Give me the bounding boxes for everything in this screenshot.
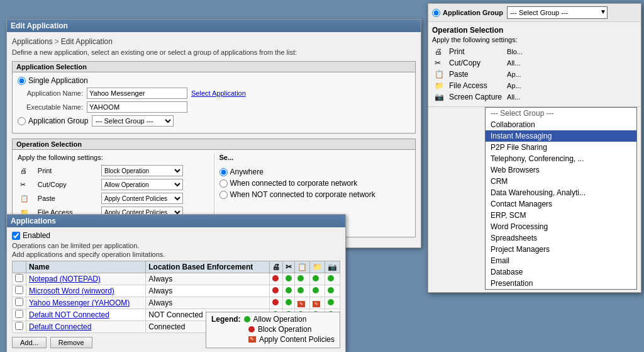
col-icon2: ✂ [283,261,295,273]
dropdown-list-item[interactable]: Telephony, Conferencing, ... [486,153,636,164]
app-group-radio[interactable] [18,117,26,125]
fileaccess-icon-mini: 📁 [432,80,447,91]
dropdown-list-item[interactable]: Project Managers [486,244,636,255]
select-application-link[interactable]: Select Application [191,89,246,97]
col-icon4: 📁 [310,261,325,273]
table-row: 📋 Paste Apply Content Policies [18,191,209,205]
print-icon-mini: 🖨 [432,46,447,57]
remove-button[interactable]: Remove [50,337,92,348]
table-row: 📷 Screen Capture All... [432,91,525,103]
location-corporate-radio[interactable] [219,179,228,188]
row-checkbox[interactable] [15,310,23,318]
dropdown-list-item[interactable]: Word Processing [486,221,636,232]
dropdown-list-item[interactable]: CRM [486,176,636,187]
app-group-radio-dropdown[interactable] [432,9,440,17]
print-label: Print [35,164,99,178]
row-checkbox[interactable] [15,322,23,330]
print-select[interactable]: Block Operation [101,165,183,176]
legend-policy-row: ✎ Apply Content Policies [211,335,335,344]
dropdown-list-item[interactable]: ERP, SCM [486,210,636,221]
col-name: Name [26,261,146,273]
add-button[interactable]: Add... [12,337,47,348]
paste-icon: 📋 [18,191,35,205]
paste-label: Paste [35,191,99,205]
dropdown-list-item[interactable]: Email [486,255,636,266]
app-group-dropdown-select[interactable]: --- Select Group --- [507,6,608,19]
enabled-row: Enabled [12,231,340,240]
dropdown-list-item[interactable]: Web Browsers [486,164,636,176]
dropdown-list-item[interactable]: P2P File Sharing [486,142,636,153]
paste-icon-mini: 📋 [432,69,447,80]
cutcopy-icon-mini: ✂ [432,57,447,69]
dropdown-list-item[interactable]: Instant Messaging [486,130,636,142]
location-anywhere-radio[interactable] [219,168,228,176]
location-not-corporate-radio[interactable] [219,191,228,199]
dropdown-list-item[interactable]: Spreadsheets [486,232,636,244]
row-status-dot [297,275,304,281]
legend-box: Legend: Allow Operation Block Operation … [206,312,340,348]
legend-policy-label: Apply Content Policies [259,335,335,344]
app-group-row-label: Application Group [443,9,503,16]
dropdown-list-item[interactable]: Presentation [486,278,636,289]
cutcopy-label: Cut/Copy [35,178,99,191]
app-name-label: Application Name: [18,89,87,97]
row-status-dot [328,287,334,293]
dropdown-list-item[interactable]: Data Warehousing, Analyti... [486,187,636,198]
enabled-checkbox[interactable] [12,232,20,240]
window-titlebar: Edit Application [7,20,421,32]
row-policy-icon: ✎ [313,301,320,307]
table-row: Microsoft Word (winword) Always [13,285,340,297]
table-row: 🖨 Print Blo... [432,46,525,57]
legend-block-label: Block Operation [258,325,311,334]
app-group-select-wrapper: --- Select Group --- ▼ [507,6,608,19]
location-not-corporate-row: When NOT connected to corporate network [219,190,411,199]
row-checkbox[interactable] [15,274,23,282]
cutcopy-abbr: All... [507,59,520,67]
col-checkbox [13,261,26,273]
app-group-label: Application Group [28,116,88,125]
cutcopy-select[interactable]: Allow Operation [101,179,183,190]
row-name: Yahoo Messenger (YAHOOM) [26,297,146,309]
legend-green-dot [244,316,250,322]
row-status-dot [313,275,319,281]
col-icon3: 📋 [295,261,310,273]
operation-selection-title: Operation Selection [13,139,415,150]
breadcrumb: Applications > Edit Application [12,37,416,46]
dropdown-list-item[interactable]: Collaboration [486,119,636,130]
single-app-label: Single Application [28,76,88,85]
paste-label-mini: Paste [447,69,504,80]
paste-abbr: Ap... [507,71,521,78]
dropdown-list: --- Select Group ---CollaborationInstant… [485,107,637,290]
row-checkbox[interactable] [15,286,23,294]
table-row: Notepad (NOTEPAD) Always [13,273,340,285]
dropdown-list-item[interactable]: Database [486,266,636,278]
row-policy-icon: ✎ [297,301,305,307]
row-name: Notepad (NOTEPAD) [26,273,146,285]
applications-title: Applications [11,217,56,225]
row-status-dot [286,287,292,293]
cutcopy-icon: ✂ [18,178,35,191]
app-group-radio-row: Application Group --- Select Group --- [18,115,410,127]
row-status-dot [328,299,334,305]
location-select-label: Se... [219,154,411,161]
fileaccess-abbr: Ap... [507,82,521,89]
paste-select[interactable]: Apply Content Policies [101,193,183,204]
row-location: Always [146,273,270,285]
dropdown-list-item[interactable]: Contact Managers [486,198,636,210]
exe-name-label: Executable Name: [18,103,87,111]
app-group-select-main[interactable]: --- Select Group --- [92,115,174,127]
legend-row: Legend: Allow Operation [211,315,335,324]
cutcopy-label-mini: Cut/Copy [447,57,504,69]
app-name-row: Application Name: Select Application [18,88,410,99]
op-subtitle: Apply the following settings: [18,154,209,161]
col-icon5: 📷 [325,261,340,273]
dropdown-list-item[interactable]: --- Select Group --- [486,108,636,119]
screencap-icon-mini: 📷 [432,91,447,103]
exe-name-input[interactable] [87,101,187,113]
app-selection-section: Application Selection Single Application… [12,61,416,133]
enabled-label: Enabled [23,231,50,240]
single-app-radio[interactable] [18,77,26,85]
row-checkbox[interactable] [15,298,23,306]
app-name-input[interactable] [87,88,187,99]
location-radio-group: Anywhere When connected to corporate net… [219,165,411,199]
